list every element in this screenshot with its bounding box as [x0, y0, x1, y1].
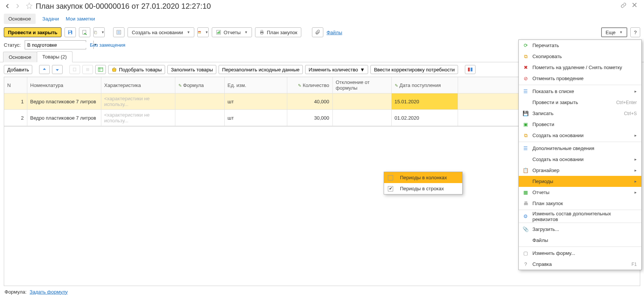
forward-button[interactable]: [13, 2, 22, 11]
files-link[interactable]: Файлы: [326, 30, 342, 35]
post-icon: ▣: [523, 122, 529, 128]
help-button[interactable]: ?: [630, 27, 640, 37]
submenu-periods-in-columns[interactable]: Периоды в колонках: [384, 172, 462, 183]
col-date[interactable]: ✎Дата поступления: [391, 77, 458, 93]
post-button[interactable]: [79, 27, 90, 37]
link-icon[interactable]: [620, 2, 627, 10]
menu-plan[interactable]: 🖶План закупок: [519, 198, 641, 209]
section-main[interactable]: Основное: [4, 14, 36, 24]
back-button[interactable]: [3, 2, 12, 11]
pencil-icon: ✎: [395, 83, 398, 88]
correction-button[interactable]: Ввести корректировку потребности: [370, 65, 458, 74]
table-settings-button[interactable]: [95, 65, 106, 74]
floppy-icon: [68, 30, 73, 35]
svg-rect-16: [86, 68, 89, 71]
tab-main[interactable]: Основное: [3, 52, 37, 62]
menu-reread[interactable]: ⟳Перечитать: [519, 40, 641, 51]
add-row-button[interactable]: Добавить: [4, 65, 32, 74]
menu-post-close[interactable]: Провести и закрытьCtrl+Enter: [519, 97, 641, 108]
menu-post[interactable]: ▣Провести: [519, 119, 641, 130]
refresh-icon: ⟳: [523, 43, 529, 49]
menu-periods[interactable]: Периоды▸: [519, 176, 641, 187]
reports-button[interactable]: Отчеты▼: [212, 27, 252, 37]
copy-icon: [94, 30, 97, 35]
menu-reports[interactable]: ▦Отчеты▸: [519, 187, 641, 198]
pencil-icon: ✎: [298, 83, 301, 88]
menu-help[interactable]: ?СправкаF1: [519, 259, 641, 270]
col-characteristic[interactable]: Характеристика: [101, 77, 175, 93]
fill-products-button[interactable]: Заполнить товары: [167, 65, 216, 74]
status-label: Статус:: [4, 42, 21, 48]
attach-button[interactable]: [312, 27, 323, 37]
menu-extra-info[interactable]: ☰Дополнительные сведения: [519, 143, 641, 154]
list-icon: ☰: [523, 88, 529, 95]
save-button[interactable]: [65, 27, 76, 37]
refill-source-button[interactable]: Перезаполнить исходные данные: [219, 65, 303, 74]
checkbox-checked-icon: ✔: [388, 186, 393, 191]
svg-rect-0: [69, 31, 71, 32]
menu-files[interactable]: Файлы: [519, 235, 641, 246]
svg-rect-9: [217, 32, 218, 34]
print-icon: 🖶: [523, 201, 529, 207]
menu-create-based-2[interactable]: Создать на основании▸: [519, 154, 641, 165]
report-icon: [216, 30, 221, 35]
paperclip-icon: 📎: [523, 226, 529, 232]
copy-doc-icon: ⧉: [523, 54, 529, 60]
col-unit[interactable]: Ед. изм.: [224, 77, 287, 93]
section-tasks[interactable]: Задачи: [43, 14, 59, 24]
status-input[interactable]: [25, 42, 93, 48]
plan-button[interactable]: План закупок: [255, 27, 301, 37]
col-deviation[interactable]: Отклонение от формулы: [332, 77, 391, 93]
set-formula-link[interactable]: Задать формулу: [30, 289, 68, 295]
close-icon[interactable]: [632, 2, 637, 10]
col-qty[interactable]: ✎Количество: [287, 77, 332, 93]
status-select[interactable]: ▼: [25, 40, 86, 49]
copy-row-button[interactable]: [69, 65, 80, 74]
col-nomenclature[interactable]: Номенклатура: [27, 77, 101, 93]
pick-products-button[interactable]: Подобрать товары: [108, 65, 165, 74]
menu-show-in-list[interactable]: ☰Показать в списке▸: [519, 86, 641, 97]
col-formula[interactable]: ✎Формула: [175, 77, 224, 93]
move-up-button[interactable]: [39, 65, 50, 74]
move-down-button[interactable]: [52, 65, 63, 74]
organizer-icon: 📋: [523, 168, 529, 174]
menu-edit-form[interactable]: ▢Изменить форму...: [519, 248, 641, 259]
organizer-button[interactable]: ▼: [197, 27, 209, 37]
more-menu: ⟳Перечитать ⧉Скопировать ✖Пометить на уд…: [518, 40, 642, 270]
delete-mark-icon: ✖: [523, 65, 529, 71]
form-icon: ▢: [523, 250, 529, 256]
more-button[interactable]: Еще▼: [601, 27, 627, 37]
menu-mark-delete[interactable]: ✖Пометить на удаление / Снять пометку: [519, 62, 641, 73]
create-based-button[interactable]: Создать на основании▼: [128, 27, 194, 37]
menu-cancel-post[interactable]: ⊘Отменить проведение: [519, 73, 641, 84]
menu-copy[interactable]: ⧉Скопировать: [519, 51, 641, 62]
view-toggle-button[interactable]: [465, 65, 476, 74]
col-n[interactable]: N: [4, 77, 27, 93]
change-qty-button[interactable]: Изменить количество▼: [305, 65, 368, 74]
menu-save[interactable]: 💾ЗаписатьCtrl+S: [519, 108, 641, 119]
cancel-post-icon: ⊘: [523, 76, 529, 82]
help-icon: ?: [523, 261, 529, 267]
menu-organizer[interactable]: 📋Органайзер▸: [519, 165, 641, 176]
menu-create-based[interactable]: ⧉Создать на основании▸: [519, 130, 641, 141]
checkbox-icon: [388, 175, 393, 180]
section-notes[interactable]: Мои заметки: [66, 14, 95, 24]
formula-label: Формула:: [5, 289, 27, 295]
arrow-up-icon: [42, 67, 47, 72]
edit-req-icon: ⚙: [523, 213, 529, 220]
favorite-icon[interactable]: [26, 2, 33, 10]
svg-rect-4: [95, 32, 97, 34]
pencil-icon: ✎: [178, 83, 182, 88]
tab-products[interactable]: Товары (2): [37, 51, 72, 62]
organizer-icon: [198, 30, 201, 35]
arrow-down-icon: [55, 67, 60, 72]
post-and-close-button[interactable]: Провести и закрыть: [4, 27, 61, 37]
extra-info-button[interactable]: [113, 27, 124, 37]
no-substitution-link[interactable]: Без замещения: [90, 42, 126, 48]
paste-row-button[interactable]: [82, 65, 93, 74]
paste-row-icon: [85, 67, 90, 72]
submenu-periods-in-rows[interactable]: ✔ Периоды в строках: [384, 183, 462, 194]
menu-load[interactable]: 📎Загрузить...: [519, 224, 641, 235]
menu-edit-requisites[interactable]: ⚙Изменить состав дополнительных реквизит…: [519, 211, 641, 222]
create-based-dropdown-button[interactable]: ▼: [93, 27, 105, 37]
